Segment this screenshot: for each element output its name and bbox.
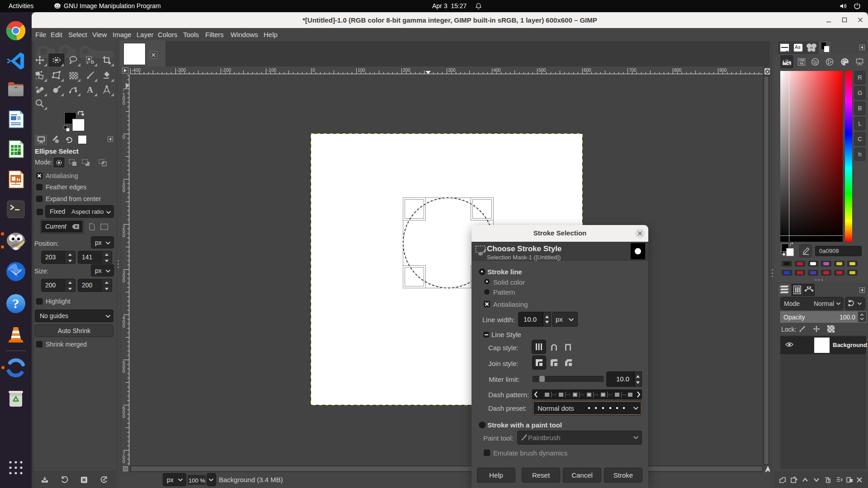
svg-text:?: ? (13, 296, 19, 311)
svg-text:0: 0 (123, 101, 125, 106)
svg-text:-100: -100 (267, 68, 276, 73)
svg-text:t: t (36, 77, 37, 80)
svg-text:0: 0 (123, 459, 125, 464)
svg-text:500: 500 (538, 68, 546, 73)
svg-text:0: 0 (123, 369, 125, 374)
svg-text:700: 700 (629, 68, 637, 73)
svg-text:0: 0 (123, 414, 125, 419)
svg-text:-: - (123, 88, 124, 93)
svg-text:-400: -400 (132, 68, 141, 73)
svg-text:300: 300 (448, 68, 456, 73)
svg-text:0: 0 (123, 324, 125, 328)
svg-text:200: 200 (403, 68, 410, 73)
svg-text:800: 800 (674, 68, 682, 73)
svg-text:-200: -200 (222, 68, 231, 73)
svg-text:0: 0 (123, 188, 125, 193)
svg-text:-300: -300 (177, 68, 186, 73)
svg-text:A: A (87, 85, 93, 94)
svg-text:400: 400 (493, 68, 501, 73)
svg-text:0: 0 (312, 68, 315, 73)
svg-text:0: 0 (123, 278, 125, 283)
svg-text:100: 100 (358, 68, 365, 73)
svg-text:0: 0 (123, 233, 125, 238)
svg-text:600: 600 (584, 68, 591, 73)
svg-text:900: 900 (719, 68, 727, 73)
svg-text:0: 0 (123, 135, 125, 140)
